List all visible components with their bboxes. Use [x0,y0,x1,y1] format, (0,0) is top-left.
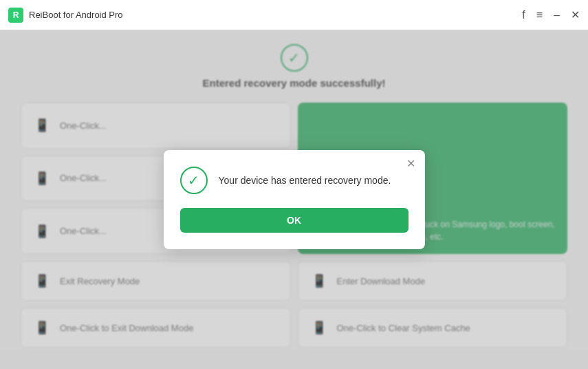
modal-body: ✓ Your device has entered recovery mode. [180,167,409,194]
app-name: ReiBoot for Android Pro [29,10,123,20]
main-content: ✓ Entered recovery mode successfully! 📱 … [0,30,588,369]
menu-icon[interactable]: ≡ [536,9,543,21]
modal-overlay: ✕ ✓ Your device has entered recovery mod… [0,30,588,369]
title-bar: R ReiBoot for Android Pro f ≡ – ✕ [0,0,588,30]
logo-icon: R [8,8,23,23]
window-controls: f ≡ – ✕ [522,9,580,21]
close-button[interactable]: ✕ [571,10,580,21]
facebook-icon[interactable]: f [522,9,525,21]
modal-message: Your device has entered recovery mode. [219,175,391,186]
modal-checkmark-icon: ✓ [180,167,208,194]
success-modal: ✕ ✓ Your device has entered recovery mod… [164,150,425,249]
minimize-button[interactable]: – [554,10,560,21]
modal-ok-button[interactable]: OK [180,208,409,233]
modal-close-button[interactable]: ✕ [406,158,415,169]
app-logo: R ReiBoot for Android Pro [8,8,123,23]
